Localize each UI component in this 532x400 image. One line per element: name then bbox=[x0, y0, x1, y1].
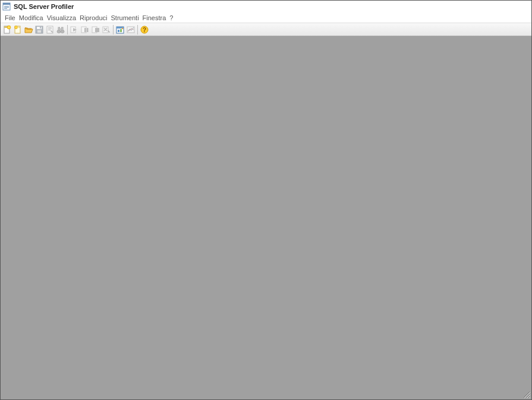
svg-rect-12 bbox=[37, 30, 41, 33]
menu-bar: File Modifica Visualizza Riproduci Strum… bbox=[1, 12, 531, 23]
menu-help[interactable]: ? bbox=[168, 14, 175, 22]
svg-rect-33 bbox=[120, 29, 122, 32]
save-button bbox=[34, 24, 45, 35]
new-trace-button[interactable] bbox=[2, 24, 12, 35]
svg-rect-17 bbox=[48, 30, 51, 30]
help-button[interactable]: ? bbox=[139, 24, 150, 35]
document-new-icon bbox=[2, 25, 12, 34]
properties-icon bbox=[45, 25, 55, 34]
menu-tools[interactable]: Strumenti bbox=[109, 14, 141, 22]
svg-rect-28 bbox=[95, 28, 99, 32]
mdi-workspace bbox=[1, 36, 531, 399]
svg-rect-32 bbox=[118, 30, 119, 32]
svg-rect-3 bbox=[4, 7, 9, 8]
play-icon bbox=[70, 25, 79, 34]
svg-rect-2 bbox=[4, 6, 9, 7]
menu-view[interactable]: Visualizza bbox=[45, 14, 78, 22]
toolbar: ? bbox=[1, 23, 531, 36]
chart-icon bbox=[126, 25, 136, 34]
svg-rect-26 bbox=[87, 28, 89, 32]
svg-rect-4 bbox=[4, 8, 7, 9]
svg-rect-22 bbox=[59, 29, 62, 30]
floppy-disk-icon bbox=[34, 25, 44, 34]
menu-replay[interactable]: Riproduci bbox=[78, 14, 109, 22]
svg-rect-16 bbox=[48, 29, 52, 29]
binoculars-icon bbox=[56, 25, 65, 34]
new-template-button[interactable] bbox=[12, 24, 23, 35]
pause-icon bbox=[80, 25, 90, 34]
svg-rect-13 bbox=[40, 27, 41, 29]
document-template-icon bbox=[13, 25, 23, 34]
svg-rect-15 bbox=[48, 27, 52, 28]
app-icon bbox=[2, 2, 12, 11]
toolbar-separator bbox=[137, 25, 138, 34]
perfmon-button bbox=[125, 24, 136, 35]
help-icon: ? bbox=[140, 25, 149, 34]
folder-open-icon bbox=[24, 25, 33, 34]
title-bar: SQL Server Profiler bbox=[1, 1, 531, 12]
tuning-icon bbox=[115, 25, 125, 34]
resize-grip-icon[interactable] bbox=[523, 391, 530, 398]
start-button bbox=[69, 24, 80, 35]
menu-edit[interactable]: Modifica bbox=[17, 14, 45, 22]
stop-button bbox=[90, 24, 101, 35]
tuning-advisor-button[interactable] bbox=[115, 24, 125, 35]
menu-window[interactable]: Finestra bbox=[141, 14, 168, 22]
clear-button bbox=[101, 24, 112, 35]
menu-file[interactable]: File bbox=[3, 14, 17, 22]
app-title: SQL Server Profiler bbox=[14, 3, 74, 10]
pause-button bbox=[80, 24, 90, 35]
toolbar-separator bbox=[113, 25, 114, 34]
properties-button bbox=[45, 24, 55, 35]
clear-icon bbox=[102, 25, 111, 34]
svg-rect-25 bbox=[84, 28, 86, 32]
svg-text:?: ? bbox=[143, 27, 146, 33]
open-button[interactable] bbox=[23, 24, 34, 35]
stop-icon bbox=[91, 25, 100, 34]
toolbar-separator bbox=[67, 25, 68, 34]
svg-rect-1 bbox=[3, 3, 10, 5]
find-button bbox=[55, 24, 66, 35]
